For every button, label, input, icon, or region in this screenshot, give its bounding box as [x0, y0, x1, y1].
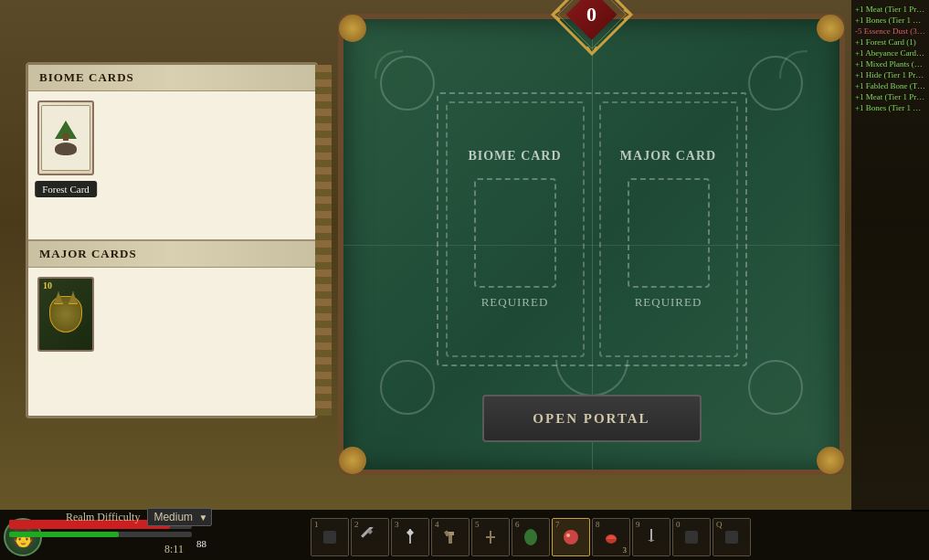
- resource-item: +1 Mixed Plants (Ca...: [855, 59, 925, 69]
- svg-rect-16: [650, 529, 652, 542]
- hotbar-icon: [438, 525, 462, 549]
- biome-slot-required: REQUIRED: [481, 295, 549, 310]
- hotbar-icon: [358, 525, 382, 549]
- resource-item: +1 Forest Card (1): [855, 37, 925, 47]
- hotbar-icon: [639, 525, 663, 549]
- forest-card-inner: [41, 105, 90, 171]
- biome-slot-placeholder[interactable]: [474, 178, 556, 288]
- resource-item: +1 Bones (Tier 1 Pr...: [855, 103, 925, 112]
- open-portal-button[interactable]: OPEN PORTAL: [482, 395, 702, 442]
- hotbar-number: 7: [555, 520, 560, 529]
- svg-rect-7: [449, 534, 452, 544]
- portal-board: 0 BIOME CARD REQUIRED MAJOR CARD: [338, 14, 845, 475]
- hotbar-number: 4: [435, 520, 439, 529]
- biome-cards-section: Forest Card: [28, 91, 315, 185]
- board-corner-bl: [339, 447, 366, 474]
- svg-point-12: [524, 529, 537, 545]
- forest-icon: [48, 115, 84, 161]
- board-corner-br: [817, 447, 844, 474]
- major-slot-placeholder[interactable]: [628, 178, 710, 288]
- hotbar-number: 6: [515, 520, 520, 529]
- stamina-bar: [9, 532, 119, 537]
- hotbar-slot-Q[interactable]: Q: [713, 518, 751, 556]
- hotbar-icon: [559, 525, 583, 549]
- hotbar-slot-4[interactable]: 4: [431, 518, 470, 556]
- hotbar-icon: [318, 525, 342, 549]
- bear-shape: [55, 143, 77, 155]
- major-card-slot[interactable]: MAJOR CARD REQUIRED: [599, 101, 738, 357]
- hotbar-slot-8[interactable]: 83: [592, 518, 630, 556]
- demon-face-icon: [49, 296, 82, 333]
- hotbar-icon: [680, 525, 703, 549]
- hotbar-number: 5: [475, 520, 480, 529]
- svg-rect-11: [486, 536, 495, 538]
- board-swirl-tl: [371, 47, 407, 92]
- hp-value: 88: [196, 538, 206, 549]
- hotbar: 12345678390Q: [311, 518, 751, 556]
- realm-difficulty-container: Realm Difficulty Medium Easy Hard ▼: [66, 508, 212, 526]
- svg-point-14: [566, 534, 570, 537]
- board-circle-bl: [380, 360, 435, 415]
- forest-card-item[interactable]: Forest Card: [37, 100, 94, 175]
- hotbar-slot-7[interactable]: 7: [552, 518, 590, 556]
- resource-item: +1 Fabled Bone (Tie...: [855, 81, 925, 90]
- major-slot-label: MAJOR CARD: [620, 149, 716, 164]
- resource-item: +1 Hide (Tier 1 Pred...: [855, 70, 925, 79]
- resource-item: -5 Essence Dust (39...: [855, 26, 925, 36]
- hotbar-number: 8: [596, 520, 600, 529]
- svg-point-13: [564, 530, 578, 544]
- panel-side-decoration: [315, 65, 332, 416]
- resource-item: +1 Meat (Tier 1 Pre...: [855, 5, 925, 14]
- board-corner-tl: [339, 15, 366, 42]
- hotbar-count: 3: [623, 545, 628, 555]
- portal-counter: 0: [586, 3, 596, 26]
- resource-item: +1 Bones (Tier 1 Pr...: [855, 16, 925, 25]
- svg-rect-17: [685, 531, 698, 544]
- time-display: 8:11: [164, 543, 184, 556]
- forest-card-visual: [37, 100, 94, 175]
- difficulty-wrapper[interactable]: Medium Easy Hard ▼: [147, 508, 212, 526]
- major-cards-section: 10: [28, 268, 315, 361]
- resource-item: +1 Abeyance Card (0): [855, 48, 925, 58]
- hotbar-icon: [398, 525, 422, 549]
- hotbar-number: 0: [676, 520, 681, 529]
- svg-rect-2: [323, 531, 336, 544]
- hotbar-number: 2: [354, 520, 359, 529]
- board-circle-br: [748, 360, 803, 415]
- resource-item: +1 Meat (Tier 1 Pred...: [855, 92, 925, 101]
- hotbar-slot-1[interactable]: 1: [311, 518, 349, 556]
- major-card-inner: [44, 287, 88, 342]
- svg-rect-18: [725, 531, 738, 544]
- hotbar-icon: [479, 525, 502, 549]
- hotbar-number: 9: [636, 520, 640, 529]
- card-inventory-panel: BIOME CARDS Forest Card MAJOR CARDS 10: [26, 62, 318, 418]
- svg-marker-6: [406, 529, 414, 536]
- board-corner-tr: [817, 15, 844, 42]
- hotbar-slot-0[interactable]: 0: [672, 518, 711, 556]
- board-swirl-tr: [776, 47, 812, 92]
- hotbar-number: 3: [395, 520, 399, 529]
- card-slots-area: BIOME CARD REQUIRED MAJOR CARD REQUIRED: [437, 92, 747, 366]
- biome-cards-header: BIOME CARDS: [28, 65, 315, 91]
- hotbar-icon: [599, 525, 623, 549]
- hotbar-number: Q: [716, 520, 723, 529]
- major-slot-required: REQUIRED: [635, 295, 702, 310]
- hotbar-slot-6[interactable]: 6: [512, 518, 550, 556]
- forest-card-tooltip: Forest Card: [35, 181, 97, 197]
- biome-slot-label: BIOME CARD: [468, 149, 561, 164]
- major-card-item[interactable]: 10: [37, 277, 94, 352]
- hotbar-slot-3[interactable]: 3: [391, 518, 429, 556]
- hotbar-icon: [720, 525, 744, 549]
- tree-trunk: [63, 133, 69, 141]
- hotbar-slot-5[interactable]: 5: [471, 518, 510, 556]
- resource-panel: +1 Meat (Tier 1 Pre...+1 Bones (Tier 1 P…: [851, 0, 929, 512]
- major-card-visual: 10: [37, 277, 94, 352]
- hotbar-number: 1: [314, 520, 319, 529]
- realm-difficulty-label: Realm Difficulty: [66, 511, 140, 524]
- hotbar-icon: [519, 525, 543, 549]
- hotbar-slot-2[interactable]: 2: [351, 518, 389, 556]
- difficulty-select[interactable]: Medium Easy Hard: [147, 508, 212, 526]
- major-card-level: 10: [43, 280, 52, 291]
- biome-card-slot[interactable]: BIOME CARD REQUIRED: [446, 101, 585, 357]
- hotbar-slot-9[interactable]: 9: [632, 518, 670, 556]
